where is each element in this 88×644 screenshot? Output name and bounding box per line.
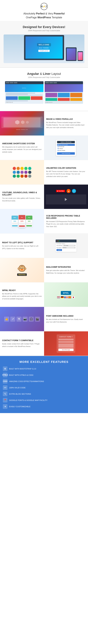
rtl-select-box-2[interactable]: Published ▾ <box>62 247 76 248</box>
apcard-port-6 <box>70 98 82 101</box>
parallax-text: Biz WordPress Theme included Image and V… <box>46 121 86 129</box>
cf7-field-1[interactable] <box>58 339 74 340</box>
pricing-card-1-header: Basic <box>12 216 18 220</box>
pricing-btn-1[interactable] <box>12 225 18 226</box>
apcard-portfolio-label: PORTFOLIO <box>6 102 43 103</box>
feature-css3: CSS3 AMAZING CSS3 EFFECTS/ANIMATIONS <box>3 379 85 384</box>
device-subtitle: 100% Responsive and Fully Customizable <box>3 30 85 32</box>
shortcode-text: We integrated a lot of useful short code… <box>2 146 42 154</box>
device-section: Designed for Every Devices! 100% Respons… <box>0 21 88 68</box>
swatch-5 <box>28 167 31 170</box>
swatch-4 <box>24 167 28 170</box>
rtl-update-btn[interactable]: Update <box>56 249 62 251</box>
soundcloud-logo: ☁ <box>66 189 70 193</box>
apcard-img-2 <box>18 96 30 100</box>
shortcode-header: Select a Shortcode <box>57 141 75 143</box>
fontawesome-content: FONT AWESOME INCLUDED Biz also include a… <box>44 307 88 331</box>
fa-camera-icon: 📷 <box>22 317 28 322</box>
monitor-graphic: WELCOME BIZ THEME TEMPLATE <box>24 35 64 60</box>
apcard-header-right <box>45 81 83 84</box>
priceline-1-2 <box>12 223 18 224</box>
shortcode-item-1: Basic Shortcodes <box>57 144 75 146</box>
feature-valid-code: </> 100% VALID CODE <box>3 385 85 390</box>
feature-html5: HTML5 BUILT WITH HTML5 & CSS3 <box>3 373 85 377</box>
tablet-screen <box>67 48 76 60</box>
shortcode-item-2: Shortcode <box>57 146 75 148</box>
apcard-bar-1 <box>6 93 35 94</box>
feature-wpml-row: WPML READY Biz WordPress Theme is fully … <box>0 282 88 307</box>
google-label: GOOGLE FONTS & GOOGLE MAP FACILITY <box>9 399 48 401</box>
youtube-heading: YOUTUBE, SOUNDCLOUD, VIMEO & GALLERY <box>2 191 42 196</box>
parallax-content: IMAGE & VIDEO PARALLAX Biz WordPress The… <box>44 111 88 136</box>
shortcode-btn[interactable]: Insert Shortcode <box>57 152 75 155</box>
pricing-card-2-header: Pro <box>18 215 25 220</box>
shortcode-content: AWESOME SHORTCODE SYSTEM We integrated a… <box>0 136 44 160</box>
fontawesome-text: Biz also include as Font Awesome Icon. E… <box>46 318 86 323</box>
rtl-select-value: Left to Right <box>64 245 68 246</box>
more-features-section: MORE EXCELLENT FEATURES B BUILT WITH BOO… <box>0 356 88 413</box>
youtube-image-area: ▶ YouTube ☁ V <box>44 184 88 209</box>
parallax-screen-inner <box>4 118 40 127</box>
contact-image-area: Contact Form 7 Send Message <box>44 331 88 356</box>
priceline-2-3 <box>19 224 25 224</box>
swatch-7 <box>16 171 20 174</box>
feature-color-row: UNLIMITED COLOR VARIATION Biz WP Theme i… <box>0 160 88 184</box>
hero-tagline: Absolutely Perfect & Very Powerful OnePa… <box>3 12 85 20</box>
apcard-header-left <box>5 81 44 84</box>
priceline-2-1 <box>19 223 25 223</box>
flag-us <box>57 296 60 298</box>
liner-text: Liner <box>43 72 51 76</box>
hero-perfect: Perfect <box>36 12 45 15</box>
wpml-heading: WPML READY <box>2 289 42 292</box>
rtl-row-1: Text Direction Left to Right ▾ <box>56 245 76 246</box>
pricing-btn-2[interactable] <box>19 225 25 227</box>
priceline-3-3 <box>26 224 32 224</box>
youtube-content: YOUTUBE, SOUNDCLOUD, VIMEO & GALLERY You… <box>0 184 44 209</box>
cf7-field-3[interactable] <box>58 344 74 348</box>
mailchimp-image-area: 🐵 MailChimp <box>0 258 44 282</box>
mailchimp-heading: MAILCHIMP INTEGRATED <box>46 266 86 268</box>
swatch-14 <box>24 174 28 178</box>
rtl-text: No need to edit your css code. Use our R… <box>2 245 42 250</box>
fa-headphones-icon: 🎧 <box>29 317 34 322</box>
angular-preview-left: MENU PORTFOLIO <box>5 81 44 104</box>
apcard-nav-3 <box>14 82 17 83</box>
fontawesome-heading: FONT AWESOME INCLUDED <box>46 315 86 317</box>
shortcode-label-3: Feature <box>59 148 63 149</box>
rtl-field-label-2: Post Status <box>56 247 62 248</box>
parallax-heading: IMAGE & VIDEO PARALLAX <box>46 118 86 120</box>
swatch-10 <box>28 171 31 174</box>
html5-icon: HTML5 <box>3 373 8 377</box>
monitor-welcome-text: WELCOME <box>37 43 51 46</box>
hero-powerful: Powerful <box>54 12 65 15</box>
pricing-btn-3[interactable] <box>26 225 32 226</box>
rtl-heading: RIGHT TO LEFT (RTL) SUPPORT <box>2 241 42 244</box>
mailchimp-content: MAILCHIMP INTEGRATED Now get subscribe o… <box>44 258 88 282</box>
apcard-content-right: PORTFOLIO <box>45 92 83 104</box>
swatch-9 <box>24 171 28 174</box>
cf7-submit-btn[interactable]: Send Message <box>58 348 74 351</box>
bootstrap-icon: B <box>3 366 8 371</box>
parallax-image-area: IMAGE PARALLAX <box>0 111 44 136</box>
css3-icon-symbol: CSS3 <box>3 380 7 382</box>
feature-shortcode-row: AWESOME SHORTCODE SYSTEM We integrated a… <box>0 136 88 160</box>
rtl-dot-yellow <box>58 241 58 241</box>
rtl-image-area: Post Editor Options Text Direction Left … <box>44 234 88 258</box>
apcard-port-5 <box>58 98 70 101</box>
angular-heading: Angular & Liner Layout <box>3 72 85 76</box>
shortcode-heading: AWESOME SHORTCODE SYSTEM <box>2 142 42 145</box>
tablet-graphic <box>66 47 76 61</box>
html5-label: BUILT WITH HTML5 & CSS3 <box>9 374 33 376</box>
priceline-3-1 <box>26 223 32 223</box>
map-icon: 📍 <box>3 398 8 402</box>
cf7-field-2[interactable] <box>58 341 74 343</box>
apcard-nav-r2 <box>49 82 53 83</box>
parallax-bg: IMAGE PARALLAX <box>0 111 44 136</box>
mailchimp-text-desc: Now get subscribe option with Biz Theme.… <box>46 269 86 274</box>
feature-mailchimp-row: 🐵 MailChimp MAILCHIMP INTEGRATED Now get… <box>0 258 88 282</box>
pricing-image-area: Basic $59 Pro $79 <box>0 209 44 233</box>
shortcode-dot-3 <box>58 148 58 149</box>
fa-flask-icon: ⚗ <box>16 317 22 322</box>
phone-graphic <box>78 51 83 61</box>
rtl-select-box[interactable]: Left to Right ▾ <box>63 245 76 246</box>
